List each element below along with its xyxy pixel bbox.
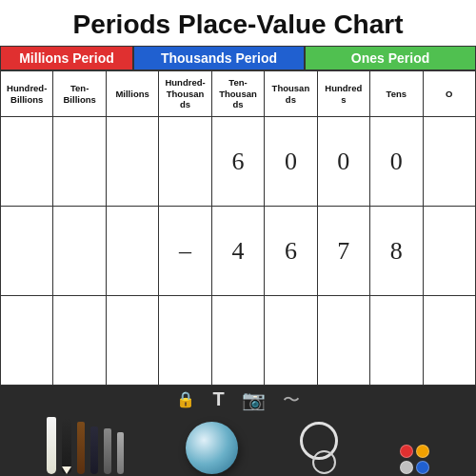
r2c3 [107,207,159,295]
wave-icon[interactable]: 〜 [283,388,300,411]
col-ones: O [424,71,476,117]
r1c3 [107,117,159,206]
pen-black[interactable] [62,419,71,474]
r3c5 [212,296,265,385]
col-millions: Millions [107,71,159,117]
data-row-1: 6 0 0 0 [0,117,476,207]
camera-icon[interactable]: 📷 [242,388,266,411]
col-ten-billions: Ten-Billions [53,71,106,117]
r3c7 [318,296,370,385]
r1c8: 0 [370,117,423,206]
data-rows: 6 0 0 0 – 4 6 7 8 [0,117,476,386]
col-headers-row: Hundred-Billions Ten-Billions Millions H… [0,70,476,117]
pen-dark[interactable] [90,426,98,474]
pen-white[interactable] [47,417,56,474]
period-ones: Ones Period [305,46,476,70]
col-hundreds: Hundreds [318,71,370,117]
color-red[interactable] [400,445,413,458]
col-ten-thousands: Ten-Thousands [212,71,265,117]
toolbar: 🔒 T 📷 〜 [0,386,476,476]
r3c4 [159,296,211,385]
r1c6: 0 [265,117,317,206]
col-hundred-billions: Hundred-Billions [0,71,53,117]
r1c9 [424,117,476,206]
circle-tools [300,422,338,474]
color-orange[interactable] [416,445,429,458]
pen-light[interactable] [117,432,124,474]
r1c1 [0,117,53,206]
r2c9 [424,207,476,295]
r1c5: 6 [212,117,265,206]
r3c1 [0,296,53,385]
color-gray[interactable] [400,461,413,474]
color-palette [400,445,429,474]
r2c6: 6 [265,207,317,295]
chart-title: Periods Place-Value Chart [0,0,476,46]
data-row-2: – 4 6 7 8 [0,207,476,296]
pen-gray[interactable] [104,428,111,474]
col-tens: Tens [370,71,423,117]
col-hundred-thousands: Hundred-Thousands [159,71,211,117]
r1c2 [53,117,106,206]
lock-icon[interactable]: 🔒 [176,390,195,408]
period-thousands: Thousands Period [133,46,305,70]
data-row-3 [0,296,476,386]
col-thousands: Thousands [265,71,317,117]
r2c5: 4 [212,207,265,295]
color-sphere [186,422,238,474]
period-headers: Millions Period Thousands Period Ones Pe… [0,46,476,70]
period-millions: Millions Period [0,46,133,70]
r2c2 [53,207,106,295]
r2c7: 7 [318,207,370,295]
pen-brown[interactable] [77,422,85,474]
circle-outline-small[interactable] [312,450,336,474]
color-blue[interactable] [416,461,429,474]
r2c4: – [159,207,211,295]
r2c1 [0,207,53,295]
r3c3 [107,296,159,385]
r3c2 [53,296,106,385]
r3c8 [370,296,423,385]
r3c9 [424,296,476,385]
r2c8: 8 [370,207,423,295]
r1c4 [159,117,211,206]
r3c6 [265,296,317,385]
r1c7: 0 [318,117,370,206]
text-tool-icon[interactable]: T [212,388,224,410]
